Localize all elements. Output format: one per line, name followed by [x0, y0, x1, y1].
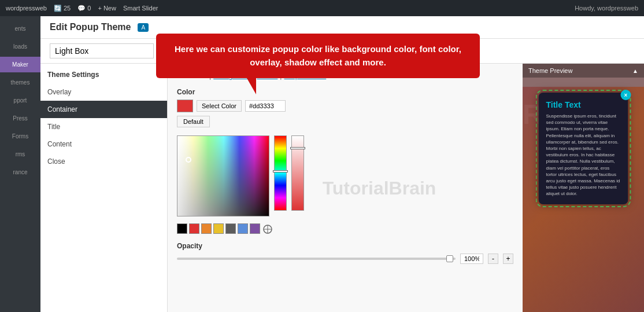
- settings-panel-title: Theme Settings: [40, 71, 167, 83]
- nav-item-container[interactable]: Container: [40, 101, 167, 118]
- alpha-thumb: [290, 147, 305, 149]
- sidebar-item-press[interactable]: Press: [0, 111, 40, 126]
- theme-name-input[interactable]: [50, 43, 154, 58]
- select-color-button[interactable]: Select Color: [197, 100, 242, 112]
- sidebar-item-pport[interactable]: pport: [0, 93, 40, 108]
- sidebar-item-maker[interactable]: Maker: [0, 57, 40, 72]
- nav-item-title[interactable]: Title: [40, 118, 167, 135]
- admin-plugin[interactable]: Smart Slider: [123, 5, 158, 12]
- popup-header-title: Edit Popup Theme: [50, 22, 131, 32]
- preset-color-gray[interactable]: [225, 223, 236, 234]
- preset-colors: [177, 223, 513, 234]
- admin-comment[interactable]: 💬 0: [77, 5, 91, 12]
- admin-new[interactable]: + New: [98, 5, 116, 12]
- preview-panel: Theme Preview ▲ RG × Title Text Suspendi…: [523, 64, 644, 312]
- preset-color-blue[interactable]: [238, 223, 248, 234]
- sidebar-item-forms[interactable]: Forms: [0, 129, 40, 144]
- nav-item-content[interactable]: Content: [40, 135, 167, 153]
- admin-brand: wordpressweb: [6, 5, 47, 12]
- preset-color-purple[interactable]: [250, 223, 260, 234]
- preset-color-red[interactable]: [189, 223, 199, 234]
- nav-item-overlay[interactable]: Overlay: [40, 83, 167, 101]
- opacity-row: - +: [177, 254, 513, 264]
- preview-popup-title: Title Text: [546, 100, 621, 109]
- preset-color-black[interactable]: [177, 223, 187, 234]
- editor-panel: Container | Background | Border | Drop S…: [168, 64, 523, 312]
- popup-header-badge: A: [138, 23, 149, 32]
- sidebar-item-rance[interactable]: rance: [0, 164, 40, 180]
- preview-collapse-icon[interactable]: ▲: [632, 68, 638, 74]
- preview-popup-body: Suspendisse ipsum eros, tincidunt sed co…: [546, 113, 621, 197]
- color-hex-input[interactable]: [245, 100, 286, 112]
- nav-item-close[interactable]: Close: [40, 153, 167, 170]
- color-picker-circle: [186, 157, 191, 163]
- admin-howdy: Howdy, wordpressweb: [575, 5, 638, 12]
- alpha-slider[interactable]: [291, 135, 304, 216]
- sidebar-item-loads[interactable]: loads: [0, 39, 40, 54]
- opacity-slider-thumb: [446, 255, 453, 262]
- callout-bubble: Here we can customize popup color like b…: [156, 34, 480, 78]
- admin-bar: wordpressweb 🔄 25 💬 0 + New Smart Slider…: [0, 0, 644, 16]
- hue-thumb: [273, 170, 288, 172]
- settings-panel: Theme Settings Overlay Container Title C…: [40, 64, 168, 312]
- callout-text: Here we can customize popup color like b…: [175, 44, 461, 67]
- preview-close-button[interactable]: ×: [621, 90, 631, 100]
- hue-slider[interactable]: [274, 135, 287, 216]
- opacity-slider-track[interactable]: [177, 258, 456, 260]
- opacity-value-input[interactable]: [460, 254, 483, 264]
- color-label: Color: [177, 88, 513, 96]
- default-button[interactable]: Default: [177, 116, 210, 127]
- preview-header: Theme Preview ▲: [523, 64, 644, 78]
- main-content: Theme Settings Overlay Container Title C…: [40, 64, 644, 312]
- opacity-plus-button[interactable]: +: [503, 254, 513, 264]
- color-picker-container[interactable]: [177, 135, 513, 216]
- sidebar-item-ents[interactable]: ents: [0, 21, 40, 36]
- color-input-row: Select Color: [177, 100, 513, 112]
- preview-title: Theme Preview: [528, 67, 572, 74]
- opacity-label: Opacity: [177, 242, 513, 250]
- preset-color-orange[interactable]: [201, 223, 212, 234]
- sidebar: ents loads Maker themes pport Press Form…: [0, 16, 40, 312]
- color-picker-eyedrop[interactable]: [262, 223, 273, 234]
- color-gradient-picker[interactable]: [177, 135, 269, 216]
- color-section: Color Select Color Default: [177, 88, 513, 127]
- opacity-section: Opacity - +: [177, 242, 513, 264]
- opacity-minus-button[interactable]: -: [488, 254, 498, 264]
- sidebar-item-forms2[interactable]: rms: [0, 146, 40, 162]
- sidebar-item-themes[interactable]: themes: [0, 75, 40, 90]
- admin-notif[interactable]: 🔄 25: [54, 5, 71, 12]
- preset-color-yellow[interactable]: [213, 223, 224, 234]
- color-swatch: [177, 100, 193, 112]
- preview-popup: × Title Text Suspendisse ipsum eros, tin…: [539, 93, 628, 204]
